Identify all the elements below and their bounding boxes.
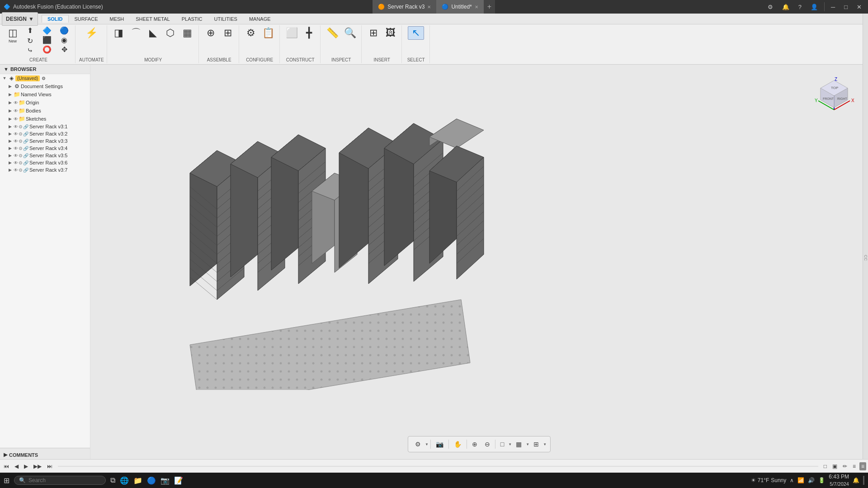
display-mode-button[interactable]: □ [497,438,507,450]
tree-item-named-views[interactable]: ▶ 📁 Named Views [0,90,90,99]
collapse-icon[interactable]: ▼ [4,66,9,72]
timeline-more-button[interactable]: ≡ [859,462,866,470]
search-input[interactable] [28,477,101,483]
edge-icon[interactable]: 🔵 [147,476,156,485]
notification-icon[interactable]: 🔔 [779,2,792,12]
expand-named-views[interactable]: ▶ [7,92,13,97]
timeline-next-button[interactable]: ▶▶ [32,462,43,470]
tab-solid[interactable]: SOLID [42,15,69,23]
timeline-start-button[interactable]: ⏮ [2,462,11,470]
revolve-button[interactable]: ↻ [22,37,38,46]
box-button[interactable]: ⬛ [39,36,55,45]
fillet-button[interactable]: ⌒ [128,26,144,40]
clock[interactable]: 6:43 PM 5/7/2024 [829,474,849,487]
tree-item-bodies[interactable]: ▶ 👁 📁 Bodies [0,107,90,115]
tree-item-sketches[interactable]: ▶ 👁 📁 Sketches [0,115,90,123]
system-tray-expand[interactable]: ∧ [790,477,794,483]
joint-button[interactable]: ⊕ [203,26,219,40]
configure-more-button[interactable]: 📋 [260,26,277,40]
viewport[interactable]: Z X Y TOP FRONT RIGHT [90,65,868,461]
task-view-icon[interactable]: ⧉ [110,476,115,484]
start-button[interactable]: ⊞ [4,476,9,485]
tree-item-doc-settings[interactable]: ▶ ⚙ Document Settings [0,82,90,90]
photos-icon[interactable]: 📷 [160,476,170,485]
tree-item-root[interactable]: ▼ ◈ (Unsaved) ⚙ [0,74,90,82]
tree-item-rack-3[interactable]: ▶ 👁 ⚙ 🔗 Server Rack v3:3 [0,137,90,145]
tree-item-rack-6[interactable]: ▶ 👁 ⚙ 🔗 Server Rack v3:6 [0,159,90,166]
tree-item-origin[interactable]: ▶ 👁 📁 Origin [0,99,90,107]
expand-rack-7[interactable]: ▶ [7,167,13,173]
tab-plastic[interactable]: PLASTIC [176,15,208,23]
measure-button[interactable]: 📏 [324,26,341,40]
inspect-more-button[interactable]: 🔍 [342,26,359,40]
expand-rack-6[interactable]: ▶ [7,160,13,165]
tab-untitled[interactable]: 🔵 Untitled* ✕ [436,0,483,14]
tab-manage[interactable]: MANAGE [243,15,277,23]
design-dropdown-button[interactable]: DESIGN ▼ [2,12,38,26]
chamfer-button[interactable]: ◣ [145,26,161,40]
shell-button[interactable]: ⬡ [162,26,179,40]
axis-button[interactable]: ╋ [301,26,317,40]
timeline-end-button[interactable]: ⏭ [45,462,54,470]
expand-rack-5[interactable]: ▶ [7,153,13,158]
move-button[interactable]: ✥ [56,45,72,54]
notepad-icon[interactable]: 📝 [174,476,183,485]
close-button[interactable]: ✕ [854,2,864,12]
orbit-button[interactable]: 📷 [433,438,447,450]
zoom-button[interactable]: ⊕ [469,438,481,450]
settings-icon[interactable]: ⚙ [765,2,776,12]
assemble-more-button[interactable]: ⊞ [220,26,236,40]
timeline-play-button[interactable]: ▶ [22,462,30,470]
expand-rack-1[interactable]: ▶ [7,124,13,129]
tab-utilities[interactable]: UTILITIES [208,15,243,23]
grid-button[interactable]: ▦ [513,438,525,450]
fit-button[interactable]: ⊖ [481,438,493,450]
help-icon[interactable]: ? [796,2,804,12]
minimize-button[interactable]: ─ [828,2,838,12]
nav-cube[interactable]: Z X Y TOP FRONT RIGHT [814,74,854,114]
timeline-thumbnail-button[interactable]: ▣ [830,462,839,470]
sweep-button[interactable]: ⤷ [22,46,38,55]
new-component-button[interactable]: ◫ New [5,26,21,45]
expand-origin[interactable]: ▶ [7,100,13,105]
modify-more-button[interactable]: ▦ [179,26,196,40]
insert-button[interactable]: ⊞ [365,26,382,40]
tree-item-rack-1[interactable]: ▶ 👁 ⚙ 🔗 Server Rack v3:1 [0,123,90,130]
expand-root[interactable]: ▼ [2,75,7,81]
new-tab-button[interactable]: + [484,0,495,14]
expand-bodies[interactable]: ▶ [7,108,13,113]
tab-sheet-metal[interactable]: SHEET METAL [130,15,175,23]
select-button[interactable]: ↖ [408,26,424,40]
press-pull-button[interactable]: ◨ [111,26,127,40]
automate-button[interactable]: ⚡ [83,26,100,40]
extrude-button[interactable]: ⬆ [22,26,38,36]
maximize-button[interactable]: □ [841,2,850,12]
settings-icon-small[interactable]: ⚙ [42,76,46,81]
loft-button[interactable]: 🔷 [39,26,55,35]
tab-close-untitled[interactable]: ✕ [475,5,478,9]
taskbar-search-bar[interactable]: 🔍 [14,476,106,485]
pan-button[interactable]: ✋ [451,438,465,450]
timeline-filter-button[interactable]: ≡ [851,462,858,470]
timeline-settings-button[interactable]: □ [822,462,829,470]
show-desktop-icon[interactable] [863,476,864,485]
explorer-icon[interactable]: 📁 [133,476,142,485]
insert-picture-button[interactable]: 🖼 [382,26,399,40]
display-settings-button[interactable]: ⚙ [412,438,424,450]
expand-rack-4[interactable]: ▶ [7,145,13,151]
account-icon[interactable]: 👤 [808,2,821,12]
network-icon[interactable]: 📶 [797,477,804,483]
expand-rack-2[interactable]: ▶ [7,131,13,136]
expand-doc[interactable]: ▶ [7,84,13,89]
timeline-prev-button[interactable]: ◀ [13,462,20,470]
notification-center-icon[interactable]: 🔔 [853,477,859,483]
sphere-button[interactable]: 🔵 [56,26,72,35]
browser-taskbar-icon[interactable]: 🌐 [120,476,129,485]
torus-button[interactable]: ◉ [56,36,72,45]
tree-item-rack-4[interactable]: ▶ 👁 ⚙ 🔗 Server Rack v3:4 [0,145,90,152]
tree-item-rack-2[interactable]: ▶ 👁 ⚙ 🔗 Server Rack v3:2 [0,130,90,137]
tab-surface[interactable]: SURFACE [69,15,104,23]
configure-button[interactable]: ⚙ [243,26,259,40]
comments-expand-icon[interactable]: ▶ [4,452,7,458]
view-settings-button[interactable]: ⊞ [530,438,542,450]
